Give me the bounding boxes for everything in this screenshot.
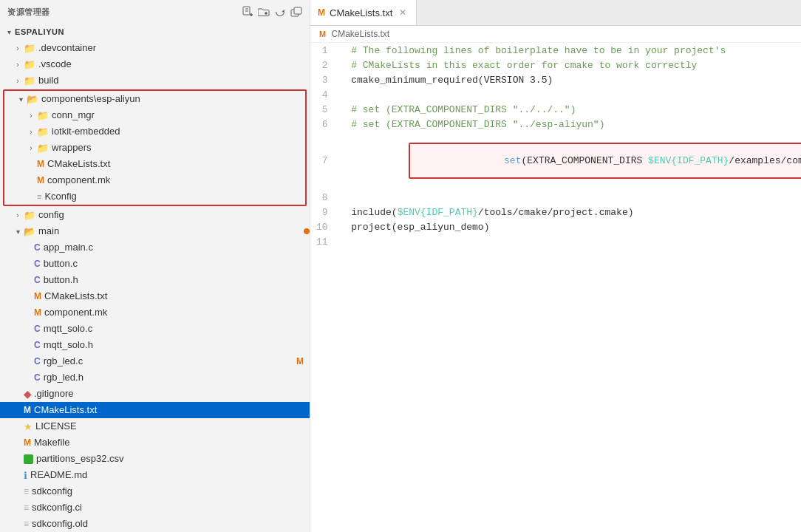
vscode-arrow [12, 58, 24, 70]
c-icon: C [34, 356, 41, 366]
cmakelists-root-label: CMakeLists.txt [34, 402, 97, 418]
tree-root[interactable]: ESPALIYUN [0, 24, 310, 40]
line-number: 11 [310, 234, 337, 249]
sidebar-item-components-esp-aliyun[interactable]: 📂 components\esp-aliyun [4, 91, 305, 107]
sidebar-item-mqtt-solo-c[interactable]: C mqtt_solo.c [0, 321, 310, 337]
sidebar-item-gitignore[interactable]: ◆ .gitignore [0, 386, 310, 402]
collapse-icon[interactable] [290, 6, 302, 18]
new-folder-icon[interactable] [258, 6, 270, 18]
code-row-highlighted: 7 set(EXTRA_COMPONENT_DIRS $ENV{IDF_PATH… [310, 132, 801, 190]
main-badge [304, 228, 310, 234]
sidebar-item-component-mk[interactable]: M component.mk [4, 172, 305, 188]
code-row: 2 # CMakeLists in this exact order for c… [310, 58, 801, 72]
env-var: $ENV{IDF_PATH} [648, 155, 729, 166]
code-row: 4 [310, 87, 801, 102]
rgb-led-h-label: rgb_led.h [44, 369, 83, 386]
components-arrow [15, 93, 27, 105]
sidebar-item-conn-mgr[interactable]: 📁 conn_mgr [4, 107, 305, 123]
folder-icon: 📁 [37, 126, 49, 137]
code-content: include($ENV{IDF_PATH}/tools/cmake/proje… [337, 205, 801, 219]
sidebar-item-rgb-led-c[interactable]: C rgb_led.c M [0, 353, 310, 369]
sidebar-item-component-main-mk[interactable]: M component.mk [0, 304, 310, 321]
cmakelists-main-label: CMakeLists.txt [44, 288, 107, 304]
rgb-led-c-badge: M [296, 356, 310, 366]
component-mk-label: component.mk [47, 172, 110, 188]
code-row: 6 # set (EXTRA_COMPONENT_DIRS "../esp-al… [310, 117, 801, 132]
code-content: # set (EXTRA_COMPONENT_DIRS "../../..") [337, 102, 801, 117]
sidebar-item-kconfig[interactable]: ≡ Kconfig [4, 188, 305, 205]
sidebar-item-app-main-c[interactable]: C app_main.c [0, 239, 310, 256]
code-text: cmake_minimum_required(VERSION 3.5) [340, 75, 553, 86]
comment-text: # set (EXTRA_COMPONENT_DIRS "../esp-aliy… [340, 119, 605, 130]
sidebar-item-sdkconfig[interactable]: ≡ sdkconfig [0, 483, 310, 499]
code-editor[interactable]: 1 # The following lines of boilerplate h… [310, 43, 801, 532]
sidebar-item-button-c[interactable]: C button.c [0, 256, 310, 272]
refresh-icon[interactable] [274, 6, 286, 18]
line-number: 2 [310, 58, 337, 72]
sidebar-item-mqtt-solo-h[interactable]: C mqtt_solo.h [0, 337, 310, 353]
sidebar-item-readme-md[interactable]: ℹ README.md [0, 467, 310, 483]
sidebar-item-cmakelists-root[interactable]: M CMakeLists.txt [0, 402, 310, 418]
makefile-label: Makefile [34, 434, 69, 451]
conn-mgr-label: conn_mgr [52, 107, 95, 123]
sdkconfig-icon: ≡ [24, 486, 29, 497]
comment-text: # CMakeLists in this exact order for cma… [340, 60, 698, 71]
c-icon: C [34, 324, 41, 334]
m-icon: M [24, 405, 31, 415]
editor-tab[interactable]: M CMakeLists.txt ✕ [310, 0, 417, 25]
sidebar-item-rgb-led-h[interactable]: C rgb_led.h [0, 369, 310, 386]
comment-text: # set (EXTRA_COMPONENT_DIRS "../../..") [340, 104, 576, 115]
m-icon: M [24, 437, 31, 448]
partitions-csv-label: partitions_esp32.csv [36, 451, 124, 467]
sidebar-header: 资源管理器 [0, 0, 310, 24]
sidebar-item-main[interactable]: 📂 main [0, 223, 310, 239]
folder-icon: 📁 [24, 59, 35, 70]
c-icon: C [34, 259, 41, 269]
sidebar-item-button-h[interactable]: C button.h [0, 272, 310, 288]
code-content: project(esp_aliyun_demo) [337, 219, 801, 234]
sidebar-item-license[interactable]: ★ LICENSE [0, 418, 310, 434]
license-icon: ★ [24, 421, 33, 432]
code-content: set(EXTRA_COMPONENT_DIRS $ENV{IDF_PATH}/… [337, 132, 801, 190]
m-icon: M [34, 307, 41, 318]
sidebar-item-cmakelists-components[interactable]: M CMakeLists.txt [4, 156, 305, 172]
sidebar-item-sdkconfig-ci[interactable]: ≡ sdkconfig.ci [0, 499, 310, 516]
sidebar-item-sdkconfig-old[interactable]: ≡ sdkconfig.old [0, 516, 310, 532]
tab-bar: M CMakeLists.txt ✕ [310, 0, 801, 26]
code-row: 3 cmake_minimum_required(VERSION 3.5) [310, 72, 801, 87]
rgb-led-c-label: rgb_led.c [44, 353, 83, 369]
license-label: LICENSE [35, 418, 77, 434]
c-icon: C [34, 242, 41, 253]
folder-icon: 📁 [24, 210, 35, 221]
line-number: 9 [310, 205, 337, 219]
sidebar-item-makefile[interactable]: M Makefile [0, 434, 310, 451]
main-arrow [12, 225, 24, 237]
folder-icon: 📁 [37, 143, 49, 154]
new-file-icon[interactable] [242, 6, 253, 18]
config-arrow [12, 209, 24, 221]
sidebar-item-partitions-csv[interactable]: partitions_esp32.csv [0, 451, 310, 467]
c-icon: C [34, 372, 41, 383]
components-box: 📂 components\esp-aliyun 📁 conn_mgr 📁 iot… [3, 89, 307, 206]
code-content [337, 87, 801, 102]
component-main-mk-label: component.mk [44, 304, 107, 321]
sidebar-item-devcontainer[interactable]: 📁 .devcontainer [0, 40, 310, 56]
sidebar-item-wrappers[interactable]: 📁 wrappers [4, 140, 305, 156]
mqtt-solo-h-label: mqtt_solo.h [44, 337, 93, 353]
tab-close-button[interactable]: ✕ [397, 7, 409, 18]
build-arrow [12, 75, 24, 86]
m-icon: M [37, 159, 44, 169]
sdkconfig-old-label: sdkconfig.old [32, 516, 88, 532]
sidebar-item-config[interactable]: 📁 config [0, 207, 310, 223]
line-number: 10 [310, 219, 337, 234]
csv-icon [24, 454, 33, 464]
components-label: components\esp-aliyun [41, 91, 140, 107]
sidebar-item-build[interactable]: 📁 build [0, 72, 310, 89]
sidebar-item-iotkit-embedded[interactable]: 📁 iotkit-embedded [4, 123, 305, 140]
folder-icon: 📁 [24, 43, 35, 54]
sidebar-item-cmakelists-main[interactable]: M CMakeLists.txt [0, 288, 310, 304]
sidebar-item-vscode[interactable]: 📁 .vscode [0, 56, 310, 72]
code-row: 10 project(esp_aliyun_demo) [310, 219, 801, 234]
code-content: cmake_minimum_required(VERSION 3.5) [337, 72, 801, 87]
button-c-label: button.c [44, 256, 78, 272]
